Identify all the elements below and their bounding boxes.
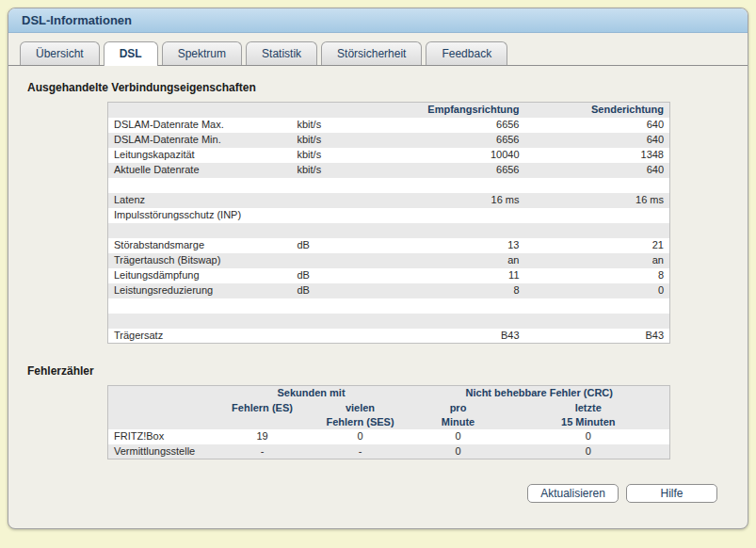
table-group-header-row: Sekunden mit Nicht behebbare Fehler (CRC… [108,386,670,401]
table-row: Trägertausch (Bitswap)anan [108,253,670,268]
help-button[interactable]: Hilfe [626,484,717,503]
column-header-last-15-minutes: letzte 15 Minuten [507,401,670,429]
column-header-ses: vielen Fehlern (SES) [312,401,410,429]
window-title: DSL-Informationen [22,13,132,27]
error-counter-table: Sekunden mit Nicht behebbare Fehler (CRC… [107,385,670,459]
table-subheader-row: Fehlern (ES) vielen Fehlern (SES) pro Mi… [108,401,670,429]
column-header-downstream: Empfangsrichtung [346,103,525,118]
table-row: DSLAM-Datenrate Min.kbit/s6656640 [108,133,670,148]
tab-bar: Übersicht DSL Spektrum Statistik Störsic… [8,33,748,66]
table-row: Impulsstörungsschutz (INP) [108,208,670,223]
group-header-seconds: Sekunden mit [214,386,410,401]
section-heading-connection: Ausgehandelte Verbindungseigenschaften [27,81,729,94]
tab-content: Ausgehandelte Verbindungseigenschaften E… [8,81,748,503]
table-row: Vermittlungsstelle - - 0 0 [108,444,670,459]
table-row: FRITZ!Box 19 0 0 0 [108,429,670,444]
table-row-blank [108,223,670,238]
tab-spektrum[interactable]: Spektrum [162,41,242,65]
tab-dsl[interactable]: DSL [104,41,158,66]
refresh-button[interactable]: Aktualisieren [527,484,619,503]
table-row: Leitungskapazitätkbit/s100401348 [108,148,670,163]
table-row-blank [108,298,670,314]
table-row: DSLAM-Datenrate Max.kbit/s6656640 [108,118,670,133]
column-header-per-minute: pro Minute [410,401,507,429]
column-header-es: Fehlern (ES) [214,401,312,429]
window-titlebar: DSL-Informationen [8,8,748,33]
table-row: Latenz16 ms16 ms [108,193,670,208]
tab-stoersicherheit[interactable]: Störsicherheit [321,41,422,65]
tab-feedback[interactable]: Feedback [426,41,507,65]
dsl-information-window: DSL-Informationen Übersicht DSL Spektrum… [8,8,748,529]
table-row: Aktuelle Datenratekbit/s6656640 [108,163,670,178]
table-header-row: Empfangsrichtung Senderichtung [108,103,670,118]
table-row: TrägersatzB43B43 [108,329,670,344]
footer-button-row: Aktualisieren Hilfe [27,484,717,503]
table-row: LeitungsdämpfungdB118 [108,268,670,283]
table-row-blank [108,314,670,329]
group-header-crc: Nicht behebbare Fehler (CRC) [410,386,670,401]
tab-uebersicht[interactable]: Übersicht [20,41,100,65]
table-row: StörabstandsmargedB1321 [108,238,670,253]
connection-properties-table: Empfangsrichtung Senderichtung DSLAM-Dat… [107,102,670,344]
tab-statistik[interactable]: Statistik [246,41,317,65]
table-row: LeistungsreduzierungdB80 [108,283,670,298]
section-heading-errors: Fehlerzähler [27,364,729,378]
column-header-upstream: Senderichtung [525,103,670,118]
table-row-blank [108,178,670,193]
